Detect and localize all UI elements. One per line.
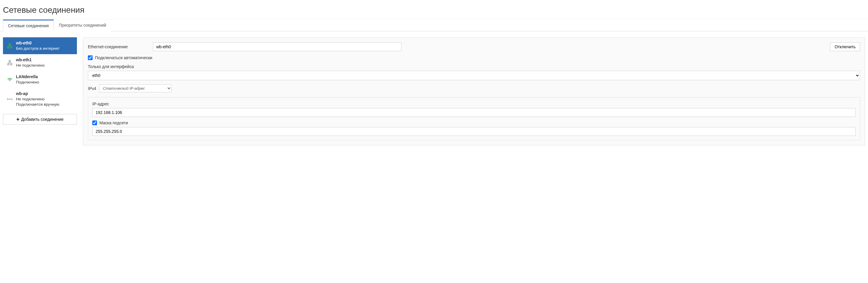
- svg-rect-1: [8, 47, 9, 48]
- sidebar-item-wb-ap[interactable]: wb-ap Не подключено Подключается вручную: [3, 88, 77, 110]
- sidebar: wb-eth0 Без доступа в интернет wb-eth1 Н…: [3, 37, 77, 124]
- sidebar-item-status: Не подключено: [16, 63, 45, 68]
- interface-only-label: Только для интерфейса: [88, 64, 860, 69]
- add-connection-button[interactable]: + Добавить соединение: [3, 114, 77, 124]
- add-connection-label: Добавить соединение: [21, 117, 64, 122]
- svg-rect-7: [9, 60, 11, 61]
- subnet-mask-label: Маска подсети: [99, 120, 128, 125]
- auto-connect-row: Подключаться автоматически: [88, 55, 860, 60]
- subnet-mask-block: Маска подсети: [92, 120, 856, 136]
- ipv4-row: IPv4 Статический IP-адрес: [88, 84, 860, 92]
- svg-rect-0: [9, 43, 11, 45]
- disconnect-button[interactable]: Отключить: [830, 42, 860, 51]
- main-layout: wb-eth0 Без доступа в интернет wb-eth1 Н…: [0, 31, 868, 148]
- interface-select[interactable]: eth0: [88, 71, 860, 80]
- sidebar-item-wb-eth1[interactable]: wb-eth1 Не подключено: [3, 54, 77, 71]
- auto-connect-label: Подключаться автоматически: [95, 55, 152, 60]
- antenna-icon: [6, 96, 13, 102]
- sidebar-item-wb-eth0[interactable]: wb-eth0 Без доступа в интернет: [3, 37, 77, 54]
- interface-only-block: Только для интерфейса eth0: [88, 64, 860, 80]
- content-panel: Ethernet-соединение Отключить Подключать…: [83, 37, 865, 145]
- ip-address-block: IP-адрес: [92, 102, 856, 117]
- sidebar-item-landerella[interactable]: LANderella Подключено: [3, 71, 77, 88]
- sidebar-item-text: LANderella Подключено: [16, 74, 39, 85]
- auto-connect-checkbox[interactable]: [88, 55, 93, 60]
- svg-rect-2: [11, 47, 12, 48]
- ethernet-icon: [6, 43, 13, 49]
- subnet-mask-checkbox[interactable]: [92, 120, 97, 125]
- sidebar-item-title: wb-eth0: [16, 40, 59, 46]
- ethernet-icon: [6, 60, 13, 66]
- tab-connection-priorities[interactable]: Приоритеты соединений: [54, 20, 111, 31]
- sidebar-item-status: Не подключено: [16, 96, 59, 102]
- ipv4-label: IPv4: [88, 86, 96, 91]
- sidebar-item-title: wb-eth1: [16, 57, 45, 63]
- connection-name-row: Ethernet-соединение Отключить: [88, 42, 860, 51]
- sidebar-item-title: LANderella: [16, 74, 39, 80]
- tab-network-connections[interactable]: Сетевые соединения: [3, 20, 54, 31]
- connection-type-label: Ethernet-соединение: [88, 45, 147, 49]
- page-title: Сетевые соединения: [0, 0, 868, 19]
- ip-address-label: IP-адрес: [92, 102, 856, 106]
- plus-icon: +: [16, 117, 20, 122]
- wifi-icon: [6, 77, 13, 83]
- sidebar-item-text: wb-eth0 Без доступа в интернет: [16, 40, 59, 51]
- subnet-mask-input[interactable]: [92, 127, 856, 136]
- sidebar-item-text: wb-eth1 Не подключено: [16, 57, 45, 68]
- ipv4-mode-select[interactable]: Статический IP-адрес: [99, 84, 172, 92]
- sidebar-item-status: Без доступа в интернет: [16, 46, 59, 51]
- sidebar-item-status2: Подключается вручную: [16, 102, 59, 107]
- ipv4-fieldset: IP-адрес Маска подсети: [88, 97, 860, 140]
- tabs: Сетевые соединения Приоритеты соединений: [3, 19, 868, 31]
- subnet-mask-label-row: Маска подсети: [92, 120, 856, 125]
- svg-rect-9: [11, 64, 12, 65]
- connection-name-input[interactable]: [153, 42, 401, 51]
- sidebar-item-title: wb-ap: [16, 91, 59, 96]
- svg-point-14: [9, 99, 10, 100]
- svg-rect-8: [8, 64, 9, 65]
- connection-name-left: Ethernet-соединение: [88, 42, 401, 51]
- sidebar-item-status: Подключено: [16, 80, 39, 85]
- tabs-container: Сетевые соединения Приоритеты соединений: [0, 19, 868, 31]
- sidebar-item-text: wb-ap Не подключено Подключается вручную: [16, 91, 59, 107]
- ip-address-input[interactable]: [92, 108, 856, 117]
